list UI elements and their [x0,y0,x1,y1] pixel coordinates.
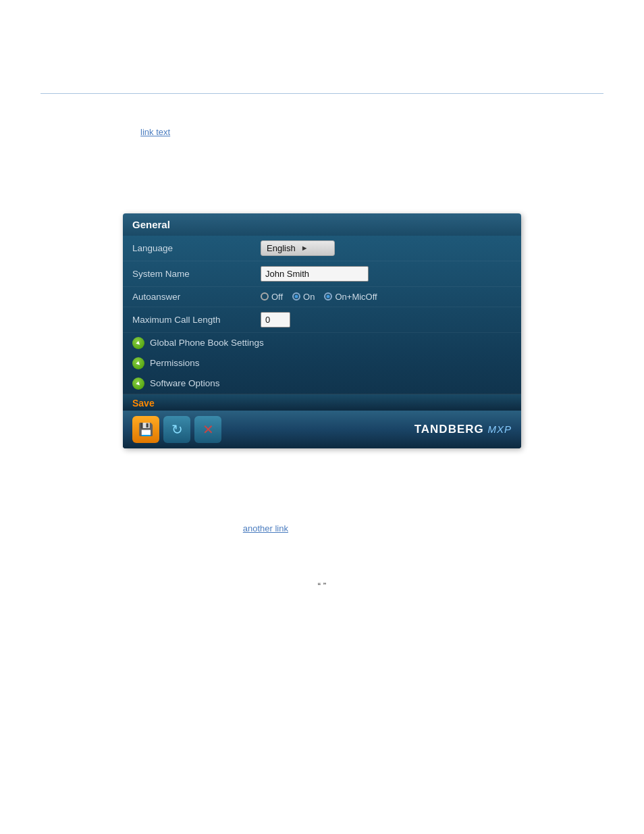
software-options-label: Software Options [150,378,220,388]
bottom-link[interactable]: another link [243,523,288,533]
dropdown-arrow-icon: ► [301,244,308,252]
max-call-length-input[interactable] [261,312,290,328]
bottom-para-5 [41,540,603,555]
brand-suffix: MXP [487,423,512,435]
refresh-icon: ↻ [171,421,183,438]
mid-para-4 [41,163,603,178]
bottom-toolbar: 💾 ↻ ✕ TANDBERG MXP [123,411,521,448]
global-phone-book-row[interactable]: Global Phone Book Settings [123,333,521,353]
language-row: Language English ► [123,236,521,261]
autoanswer-options: Off On On+MicOff [261,292,512,302]
page-content: link text General Language English ► [0,0,644,618]
top-section [41,27,603,80]
permissions-row[interactable]: Permissions [123,353,521,373]
max-call-length-value [261,312,512,328]
autoanswer-onmicoff-label: On+MicOff [335,292,377,302]
autoanswer-row: Autoanswer Off On On+MicOff [123,287,521,307]
general-panel: General Language English ► System Name [123,213,521,448]
toolbar-buttons: 💾 ↻ ✕ [132,416,221,443]
software-options-row[interactable]: Software Options [123,373,521,394]
global-phone-book-label: Global Phone Book Settings [150,338,264,348]
panel-header: General [123,213,521,236]
autoanswer-radio-group: Off On On+MicOff [261,292,512,302]
autoanswer-label: Autoanswer [132,292,261,302]
global-phone-book-icon [132,337,144,349]
autoanswer-onmicoff-option[interactable]: On+MicOff [324,292,377,302]
toolbar-save-button[interactable]: 💾 [132,416,159,443]
software-options-icon [132,377,144,390]
system-name-input[interactable] [261,266,369,282]
autoanswer-onmicoff-radio[interactable] [324,292,332,301]
save-disk-icon: 💾 [138,422,153,437]
max-call-length-row: Maximum Call Length [123,307,521,333]
autoanswer-on-option[interactable]: On [292,292,315,302]
top-link[interactable]: link text [140,127,170,137]
brand-name: TANDBERG [414,423,484,436]
bottom-para-3 [41,502,603,517]
language-label: Language [132,243,261,253]
mid-para-2: link text [41,125,603,140]
bottom-section: another link “ ” [41,465,603,592]
save-label[interactable]: Save [132,398,155,409]
top-para-3 [41,66,603,80]
brand-logo: TANDBERG MXP [414,423,512,436]
bottom-para-2 [41,484,603,498]
language-value: English ► [261,240,512,256]
toolbar-refresh-button[interactable]: ↻ [163,416,190,443]
bottom-para-1 [41,465,603,479]
mid-para-1 [41,106,603,121]
bottom-para-4: another link [41,521,603,536]
panel-title: General [132,219,170,230]
autoanswer-on-radio[interactable] [292,292,300,301]
permissions-label: Permissions [150,358,200,368]
autoanswer-on-label: On [303,292,315,302]
permissions-icon [132,357,144,369]
mid-section: link text [41,106,603,197]
autoanswer-off-radio[interactable] [261,292,269,301]
bottom-quote: “ ” [41,581,603,591]
system-name-value [261,266,512,282]
close-icon: ✕ [203,421,214,438]
section-divider [41,93,603,94]
max-call-length-label: Maximum Call Length [132,315,261,325]
top-para-2 [41,47,603,61]
bottom-para-6 [41,559,603,574]
save-bar: Save [123,394,521,411]
autoanswer-off-option[interactable]: Off [261,292,283,302]
language-selected: English [267,243,296,253]
toolbar-close-button[interactable]: ✕ [194,416,221,443]
top-para-1 [41,27,603,41]
language-dropdown[interactable]: English ► [261,240,335,256]
system-name-row: System Name [123,261,521,287]
mid-para-5 [41,182,603,197]
mid-para-3 [41,145,603,159]
system-name-label: System Name [132,269,261,279]
panel-body: Language English ► System Name Autoanswe… [123,236,521,448]
autoanswer-off-label: Off [271,292,283,302]
